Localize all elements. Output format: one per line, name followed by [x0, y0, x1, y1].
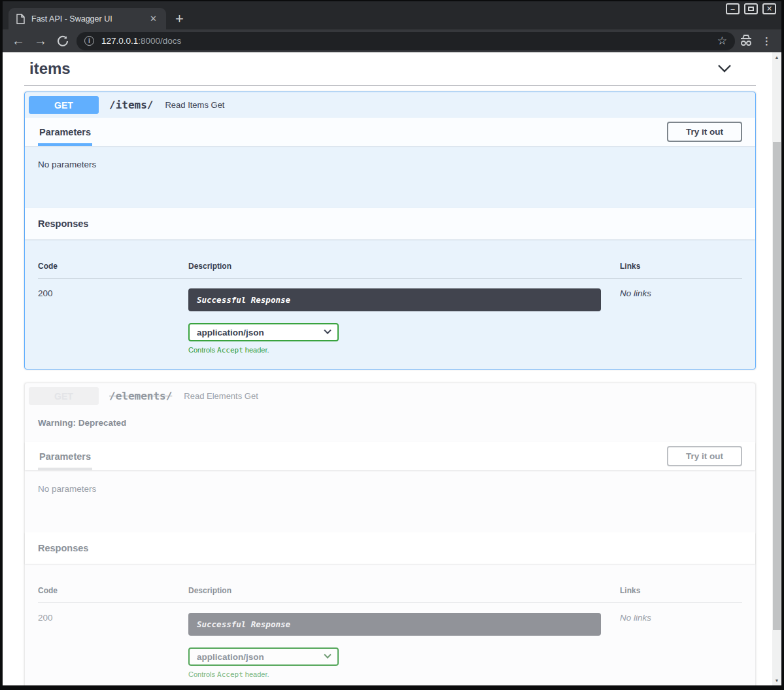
maximize-button[interactable]	[744, 3, 758, 14]
address-bar[interactable]: i 127.0.0.1:8000/docs ☆	[77, 32, 735, 50]
endpoint-path: /items/	[109, 99, 153, 111]
reload-icon[interactable]	[54, 29, 71, 52]
scroll-up-icon[interactable]: ▲	[772, 55, 781, 60]
select-chevron-icon	[324, 327, 331, 334]
media-type-value: application/json	[197, 652, 264, 662]
responses-body: Code Description Links 200 Successful Re…	[25, 239, 755, 369]
accept-note-prefix: Controls	[188, 346, 217, 354]
code-column-header: Code	[38, 262, 188, 271]
maximize-icon	[748, 7, 754, 11]
try-it-out-button[interactable]: Try it out	[667, 446, 742, 466]
browser-toolbar: ← → i 127.0.0.1:8000/docs ☆ ⋮	[3, 29, 781, 52]
collapse-chevron-icon[interactable]	[717, 63, 751, 74]
response-row: 200 Successful Response application/json…	[38, 279, 742, 354]
back-icon[interactable]: ←	[10, 29, 27, 52]
deprecated-warning: Warning: Deprecated	[25, 409, 755, 442]
url-text: 127.0.0.1:8000/docs	[101, 36, 181, 46]
accept-header-note: Controls Accept header.	[188, 346, 620, 354]
responses-title: Responses	[38, 543, 88, 553]
response-row: 200 Successful Response application/json…	[38, 603, 742, 679]
media-type-select[interactable]: application/json	[188, 647, 339, 666]
links-column-header: Links	[620, 586, 742, 595]
accept-note-code: Accept	[217, 346, 243, 354]
accept-note-code: Accept	[217, 670, 243, 679]
parameters-header: Parameters Try it out	[25, 118, 755, 146]
opblock-summary[interactable]: GET /items/ Read Items Get	[25, 92, 755, 118]
description-column-header: Description	[188, 586, 620, 595]
method-badge[interactable]: GET	[29, 387, 99, 405]
endpoint-summary: Read Elements Get	[184, 391, 258, 401]
close-button[interactable]: ✕	[762, 3, 776, 14]
code-column-header: Code	[38, 586, 188, 595]
no-parameters-text: No parameters	[38, 160, 96, 169]
minimize-button[interactable]: –	[726, 3, 740, 14]
method-badge[interactable]: GET	[29, 96, 99, 114]
responses-header: Responses	[25, 208, 755, 239]
responses-body: Code Description Links 200 Successful Re…	[25, 564, 755, 685]
browser-menu-icon[interactable]: ⋮	[762, 29, 772, 52]
incognito-icon	[738, 33, 754, 50]
tab-title: Fast API - Swagger UI	[31, 14, 148, 24]
bookmark-star-icon[interactable]: ☆	[717, 34, 727, 48]
site-info-icon[interactable]: i	[84, 36, 94, 46]
page-content: items GET /items/ Read Items Get Paramet…	[3, 52, 772, 685]
media-type-value: application/json	[197, 328, 264, 337]
status-code: 200	[38, 288, 188, 354]
try-it-out-button[interactable]: Try it out	[667, 122, 742, 142]
tag-divider	[24, 85, 756, 86]
status-code: 200	[38, 613, 188, 679]
scrollbar-thumb[interactable]	[773, 142, 781, 630]
response-description: Successful Response	[188, 288, 601, 311]
url-host: 127.0.0.1	[101, 36, 138, 46]
parameters-body: No parameters	[25, 470, 755, 532]
new-tab-button[interactable]: +	[175, 10, 184, 27]
tag-title: items	[29, 60, 71, 78]
links-column-header: Links	[620, 262, 742, 271]
scroll-down-icon[interactable]: ▼	[772, 678, 781, 683]
description-column-header: Description	[188, 262, 620, 271]
accept-note-suffix: header.	[243, 670, 269, 678]
responses-table-header: Code Description Links	[38, 586, 742, 603]
media-type-select[interactable]: application/json	[188, 323, 339, 341]
response-description-cell: Successful Response application/json Con…	[188, 613, 620, 679]
title-bar: Fast API - Swagger UI ✕ + – ✕	[3, 1, 781, 29]
accept-note-suffix: header.	[243, 346, 269, 354]
browser-window: Fast API - Swagger UI ✕ + – ✕ ← → i 127.…	[0, 0, 784, 690]
forward-icon[interactable]: →	[32, 29, 49, 52]
media-type-wrap: application/json Controls Accept header.	[188, 323, 620, 354]
select-chevron-icon	[324, 651, 331, 659]
response-description: Successful Response	[188, 613, 601, 636]
tab-close-icon[interactable]: ✕	[148, 14, 158, 24]
endpoint-summary: Read Items Get	[165, 100, 224, 110]
accept-note-prefix: Controls	[188, 670, 217, 678]
links-value: No links	[620, 288, 742, 354]
no-parameters-text: No parameters	[38, 484, 96, 494]
accept-header-note: Controls Accept header.	[188, 670, 620, 679]
parameters-header: Parameters Try it out	[25, 442, 755, 470]
page-favicon-icon	[16, 14, 25, 24]
response-description-cell: Successful Response application/json Con…	[188, 288, 620, 354]
opblock-get-elements-deprecated: GET /elements/ Read Elements Get Warning…	[24, 383, 756, 685]
parameters-tab[interactable]: Parameters	[38, 118, 92, 146]
responses-header: Responses	[25, 532, 755, 564]
page-scrollbar[interactable]: ▲ ▼	[772, 52, 781, 685]
links-value: No links	[620, 613, 742, 679]
parameters-tab[interactable]: Parameters	[38, 442, 92, 470]
opblock-get-items: GET /items/ Read Items Get Parameters Tr…	[24, 92, 756, 370]
responses-table-header: Code Description Links	[38, 262, 742, 279]
opblock-summary[interactable]: GET /elements/ Read Elements Get	[25, 383, 755, 409]
responses-title: Responses	[38, 218, 88, 229]
url-path: :8000/docs	[138, 36, 181, 46]
media-type-wrap: application/json Controls Accept header.	[188, 647, 620, 679]
endpoint-path: /elements/	[109, 390, 172, 402]
window-controls: – ✕	[726, 3, 776, 14]
parameters-body: No parameters	[25, 146, 755, 208]
tag-section-header[interactable]: items	[24, 58, 756, 78]
browser-tab[interactable]: Fast API - Swagger UI ✕	[9, 8, 166, 29]
